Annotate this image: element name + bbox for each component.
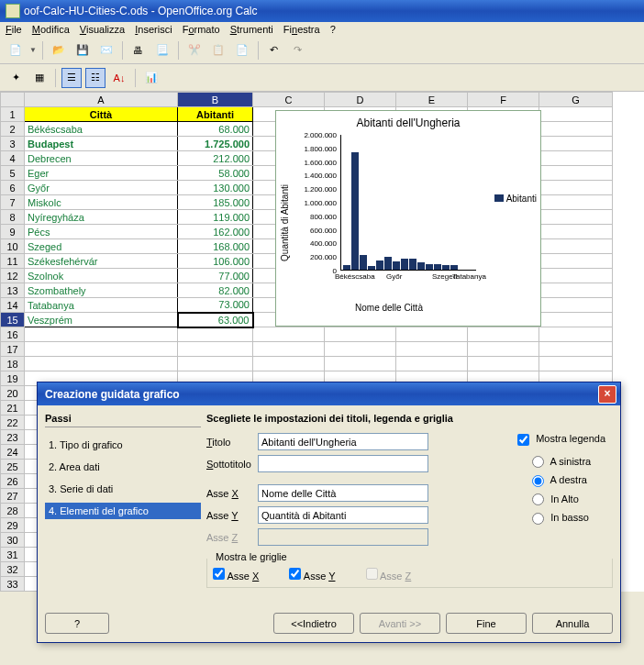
cell[interactable]: [396, 327, 468, 342]
cell[interactable]: [539, 151, 613, 166]
paste-icon[interactable]: 📄: [232, 40, 252, 61]
check-grid-x[interactable]: Asse X: [213, 571, 259, 582]
cell[interactable]: [539, 210, 613, 225]
cell[interactable]: [253, 357, 325, 371]
input-assey[interactable]: [258, 506, 428, 524]
row-header[interactable]: 8: [1, 210, 25, 225]
cell[interactable]: [396, 342, 468, 357]
input-titolo[interactable]: [258, 433, 428, 450]
input-sottotitolo[interactable]: [258, 455, 428, 472]
cell[interactable]: Tatabanya: [25, 298, 178, 313]
cell[interactable]: [25, 342, 178, 357]
cell[interactable]: [539, 313, 613, 327]
mail-icon[interactable]: ✉️: [96, 40, 117, 61]
cell[interactable]: Győr: [25, 181, 178, 195]
cell[interactable]: 185.000: [178, 195, 253, 210]
row-header[interactable]: 5: [1, 166, 25, 181]
radio-alto[interactable]: In Alto: [517, 493, 605, 506]
row-header[interactable]: 25: [1, 460, 25, 474]
cell[interactable]: Abitanti: [178, 107, 253, 122]
cell[interactable]: [539, 166, 613, 181]
cell[interactable]: [468, 357, 539, 371]
new-doc-icon[interactable]: 📄: [6, 40, 26, 61]
row-header[interactable]: 31: [1, 548, 25, 562]
cell[interactable]: [539, 107, 613, 122]
cell[interactable]: 58.000: [178, 166, 253, 181]
cell[interactable]: [539, 269, 613, 283]
cell[interactable]: 162.000: [178, 225, 253, 239]
row-header[interactable]: 7: [1, 195, 25, 210]
cell[interactable]: [539, 181, 613, 195]
radio-destra[interactable]: A destra: [517, 474, 605, 487]
row-header[interactable]: 1: [1, 107, 25, 122]
row-header[interactable]: 6: [1, 181, 25, 195]
print-preview-icon[interactable]: 📃: [152, 40, 172, 61]
row-header[interactable]: 2: [1, 122, 25, 137]
cell[interactable]: [539, 342, 613, 357]
cell[interactable]: [178, 357, 253, 371]
cell[interactable]: Nyíregyháza: [25, 210, 178, 225]
col-header-b[interactable]: B: [178, 93, 253, 107]
menu-inserisci[interactable]: Inserisci: [135, 24, 172, 35]
dialog-titlebar[interactable]: Creazione guidata grafico ×: [38, 382, 620, 405]
cell[interactable]: [539, 298, 613, 313]
row-header[interactable]: 26: [1, 474, 25, 489]
row-header[interactable]: 32: [1, 562, 25, 577]
row-header[interactable]: 15: [1, 313, 25, 327]
cell[interactable]: [539, 327, 613, 342]
cell[interactable]: Budapest: [25, 137, 178, 151]
help-button[interactable]: ?: [45, 613, 109, 634]
menu-modifica[interactable]: Modifica: [32, 24, 70, 35]
step-2[interactable]: 2. Area dati: [45, 459, 201, 475]
cell[interactable]: Szombathely: [25, 283, 178, 298]
row-header[interactable]: 22: [1, 416, 25, 430]
view2-icon[interactable]: ☷: [85, 68, 105, 88]
radio-sinistra[interactable]: A sinistra: [517, 456, 605, 469]
menu-finestra[interactable]: Finestra: [283, 24, 320, 35]
col-header-f[interactable]: F: [468, 93, 539, 107]
cell[interactable]: [468, 342, 539, 357]
row-header[interactable]: 10: [1, 239, 25, 254]
cell[interactable]: 68.000: [178, 122, 253, 137]
print-icon[interactable]: 🖶: [128, 40, 149, 61]
check-mostra-legenda[interactable]: Mostra legenda: [517, 433, 605, 446]
cell[interactable]: Szeged: [25, 239, 178, 254]
cell[interactable]: Città: [25, 107, 178, 122]
cell[interactable]: 73.000: [178, 298, 253, 313]
cell[interactable]: [253, 327, 325, 342]
autoformat-icon[interactable]: A↓: [109, 68, 129, 88]
cell[interactable]: [539, 137, 613, 151]
step-3[interactable]: 3. Serie di dati: [45, 481, 201, 497]
cell[interactable]: Veszprém: [25, 313, 178, 327]
check-grid-y[interactable]: Asse Y: [289, 571, 335, 582]
finish-button[interactable]: Fine: [446, 613, 527, 634]
cell[interactable]: [539, 283, 613, 298]
cell[interactable]: 82.000: [178, 283, 253, 298]
menu-formato[interactable]: Formato: [183, 24, 220, 35]
redo-icon[interactable]: ↷: [288, 40, 308, 61]
cell[interactable]: [539, 357, 613, 371]
cell[interactable]: [25, 357, 178, 371]
cell[interactable]: Székesfehérvár: [25, 254, 178, 269]
menu-strumenti[interactable]: Strumenti: [230, 24, 273, 35]
row-header[interactable]: 19: [1, 371, 25, 386]
row-header[interactable]: 11: [1, 254, 25, 269]
view1-icon[interactable]: ☰: [61, 68, 82, 88]
cell[interactable]: [325, 327, 396, 342]
cell[interactable]: [539, 225, 613, 239]
cell[interactable]: 106.000: [178, 254, 253, 269]
row-header[interactable]: 27: [1, 489, 25, 504]
cell[interactable]: [539, 195, 613, 210]
input-assex[interactable]: [258, 484, 428, 502]
row-header[interactable]: 14: [1, 298, 25, 313]
cell[interactable]: [325, 342, 396, 357]
cancel-button[interactable]: Annulla: [532, 613, 613, 634]
row-header[interactable]: 30: [1, 533, 25, 548]
undo-icon[interactable]: ↶: [264, 40, 284, 61]
col-header-g[interactable]: G: [539, 93, 613, 107]
row-header[interactable]: 4: [1, 151, 25, 166]
cell[interactable]: Szolnok: [25, 269, 178, 283]
row-header[interactable]: 29: [1, 518, 25, 533]
back-button[interactable]: <<Indietro: [273, 613, 354, 634]
menu-file[interactable]: File: [6, 24, 22, 35]
